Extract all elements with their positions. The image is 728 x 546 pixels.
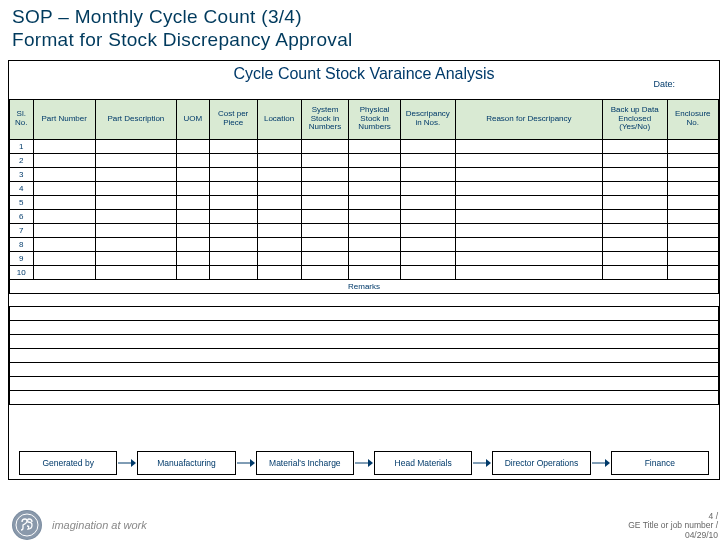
- arrow-right-icon: [354, 458, 374, 468]
- flow-step: Manuafacturing: [137, 451, 235, 475]
- table-row: 5: [10, 195, 719, 209]
- row-number: 10: [10, 265, 34, 279]
- footer: imagination at work 4 / GE Title or job …: [0, 502, 728, 546]
- flow-step: Finance: [611, 451, 709, 475]
- svg-marker-9: [605, 459, 610, 467]
- table-row: 4: [10, 181, 719, 195]
- tagline: imagination at work: [52, 519, 147, 531]
- flow-step: Material's Incharge: [256, 451, 354, 475]
- svg-marker-5: [368, 459, 373, 467]
- arrow-right-icon: [236, 458, 256, 468]
- logo-area: imagination at work: [12, 510, 147, 540]
- form-heading: Cycle Count Stock Varaince Analysis: [9, 61, 719, 85]
- col-reason: Reason for Descripancy: [455, 99, 602, 139]
- arrow-right-icon: [472, 458, 492, 468]
- svg-marker-7: [486, 459, 491, 467]
- col-part: Part Number: [33, 99, 95, 139]
- flow-step: Generated by: [19, 451, 117, 475]
- col-desc: Part Description: [95, 99, 176, 139]
- table-row: 10: [10, 265, 719, 279]
- arrow-right-icon: [591, 458, 611, 468]
- table-row: 6: [10, 209, 719, 223]
- col-uom: UOM: [176, 99, 209, 139]
- col-phys: Physical Stock in Numbers: [349, 99, 400, 139]
- remarks-row: Remarks: [10, 279, 719, 293]
- approval-flow: Generated by Manuafacturing Material's I…: [9, 451, 719, 475]
- row-number: 2: [10, 153, 34, 167]
- table-row: 2: [10, 153, 719, 167]
- col-back: Back up Data Enclosed (Yes/No): [602, 99, 667, 139]
- col-enc: Enclosure No.: [667, 99, 719, 139]
- col-disc: Descripancy in Nos.: [400, 99, 455, 139]
- flow-step: Head Materials: [374, 451, 472, 475]
- embedded-form: Cycle Count Stock Varaince Analysis Date…: [8, 60, 720, 480]
- row-number: 6: [10, 209, 34, 223]
- variance-table: Sl. No. Part Number Part Description UOM…: [9, 99, 719, 294]
- svg-marker-3: [250, 459, 255, 467]
- arrow-right-icon: [117, 458, 137, 468]
- table-header-row: Sl. No. Part Number Part Description UOM…: [10, 99, 719, 139]
- col-loc: Location: [257, 99, 301, 139]
- table-row: 9: [10, 251, 719, 265]
- row-number: 5: [10, 195, 34, 209]
- row-number: 1: [10, 139, 34, 153]
- svg-point-10: [13, 511, 41, 539]
- col-cost: Cost per Piece: [209, 99, 257, 139]
- ge-logo-icon: [12, 510, 42, 540]
- title-line-2: Format for Stock Discrepancy Approval: [12, 29, 716, 52]
- row-number: 9: [10, 251, 34, 265]
- table-row: 7: [10, 223, 719, 237]
- row-number: 4: [10, 181, 34, 195]
- table-row: 1: [10, 139, 719, 153]
- flow-step: Director Operations: [492, 451, 590, 475]
- blank-lines: [9, 306, 719, 405]
- date-label: Date:: [653, 79, 675, 89]
- remarks-label: Remarks: [10, 279, 719, 293]
- row-number: 7: [10, 223, 34, 237]
- table-row: 8: [10, 237, 719, 251]
- title-line-1: SOP – Monthly Cycle Count (3/4): [12, 6, 716, 29]
- row-number: 3: [10, 167, 34, 181]
- row-number: 8: [10, 237, 34, 251]
- footer-date: 04/29/10: [628, 531, 718, 540]
- col-sys: System Stock in Numbers: [301, 99, 349, 139]
- table-row: 3: [10, 167, 719, 181]
- slide-title: SOP – Monthly Cycle Count (3/4) Format f…: [0, 0, 728, 54]
- footer-meta: 4 / GE Title or job number / 04/29/10: [628, 512, 718, 540]
- svg-marker-1: [131, 459, 136, 467]
- col-sl: Sl. No.: [10, 99, 34, 139]
